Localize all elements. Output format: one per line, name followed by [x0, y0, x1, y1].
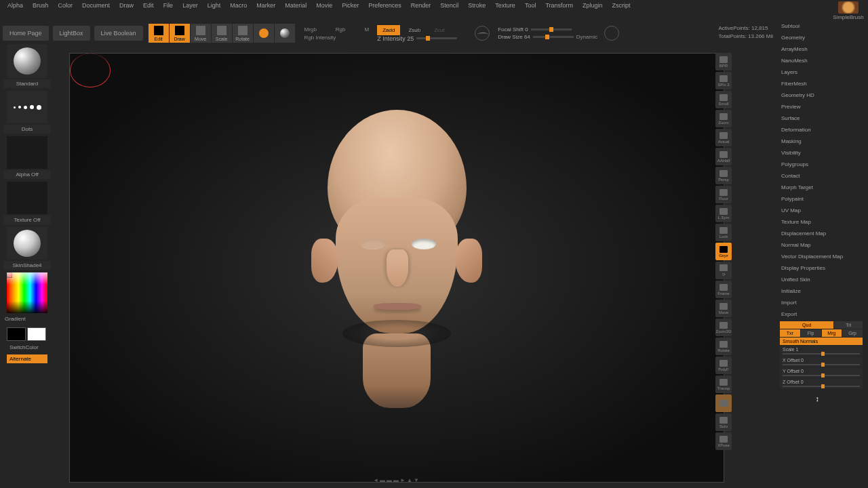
- palette-preview[interactable]: Preview: [777, 101, 865, 113]
- menu-material[interactable]: Material: [280, 1, 311, 10]
- menu-render[interactable]: Render: [406, 1, 436, 10]
- palette-arraymesh[interactable]: ArrayMesh: [777, 43, 865, 55]
- export-scale-slider[interactable]: Scale 1: [780, 346, 863, 356]
- menu-alpha[interactable]: Alpha: [3, 1, 28, 10]
- palette-uv-map[interactable]: UV Map: [777, 205, 865, 216]
- menu-movie[interactable]: Movie: [311, 1, 337, 10]
- export-grp-toggle[interactable]: Grp: [842, 329, 863, 337]
- rt-move[interactable]: Move: [715, 300, 732, 317]
- gradient-label[interactable]: Gradient: [3, 314, 51, 323]
- color-picker[interactable]: [7, 272, 47, 313]
- palette-deformation[interactable]: Deformation: [777, 124, 865, 136]
- texture-preview[interactable]: [7, 182, 47, 214]
- live-boolean-button[interactable]: Live Boolean: [94, 26, 143, 41]
- rt-transp[interactable]: Transp: [715, 375, 732, 393]
- menu-edit[interactable]: Edit: [138, 1, 159, 10]
- menu-stencil[interactable]: Stencil: [435, 1, 463, 10]
- palette-subtool[interactable]: Subtool: [777, 20, 865, 32]
- brush-preview[interactable]: [7, 44, 47, 78]
- palette-normal-map[interactable]: Normal Map: [777, 239, 865, 251]
- rt--[interactable]: ⟳: [715, 262, 732, 279]
- menu-draw[interactable]: Draw: [115, 1, 138, 10]
- viewport[interactable]: ◄▬▬▬►▲▼: [69, 53, 724, 483]
- z-intensity-slider[interactable]: [416, 37, 457, 39]
- palette-import[interactable]: Import: [777, 297, 865, 308]
- rt-xpose[interactable]: XPose: [715, 432, 732, 450]
- menu-document[interactable]: Document: [77, 1, 115, 10]
- swatch-primary[interactable]: [27, 327, 46, 341]
- rt-floor[interactable]: Floor: [715, 186, 732, 203]
- draw-mode-button[interactable]: Draw: [170, 24, 190, 43]
- menu-zplugin[interactable]: Zplugin: [578, 1, 608, 10]
- rt-gxyz[interactable]: Gxyz: [715, 243, 732, 260]
- menu-color[interactable]: Color: [54, 1, 78, 10]
- rt-solo[interactable]: Solo: [715, 413, 732, 431]
- alternate-button[interactable]: Alternate: [7, 354, 47, 363]
- menu-zscript[interactable]: Zscript: [608, 1, 635, 10]
- switch-color-button[interactable]: SwitchColor: [7, 343, 47, 352]
- export-xoffset-slider[interactable]: X Offset 0: [780, 357, 863, 367]
- rt-scroll[interactable]: Scroll: [715, 91, 732, 108]
- palette-fibermesh[interactable]: FiberMesh: [777, 78, 865, 89]
- palette-polypaint[interactable]: Polypaint: [777, 193, 865, 205]
- menu-picker[interactable]: Picker: [337, 1, 363, 10]
- palette-contact[interactable]: Contact: [777, 170, 865, 182]
- export-tri-toggle[interactable]: Tri: [834, 321, 863, 329]
- menu-stroke[interactable]: Stroke: [463, 1, 490, 10]
- rt-btn-18[interactable]: [715, 394, 732, 412]
- menu-light[interactable]: Light: [203, 1, 226, 10]
- rt-bpr[interactable]: BPR: [715, 53, 732, 70]
- palette-nanomesh[interactable]: NanoMesh: [777, 55, 865, 66]
- rt-aahalf[interactable]: AAHalf: [715, 148, 732, 165]
- material-preview[interactable]: [7, 227, 47, 260]
- material-preview-button[interactable]: [275, 24, 295, 43]
- rt-actual[interactable]: Actual: [715, 129, 732, 146]
- palette-unified-skin[interactable]: Unified Skin: [777, 274, 865, 285]
- palette-displacement-map[interactable]: Displacement Map: [777, 228, 865, 239]
- timeline-handle-icon[interactable]: ◄▬▬▬►▲▼: [373, 477, 420, 483]
- stroke-preview[interactable]: [7, 91, 47, 123]
- palette-surface[interactable]: Surface: [777, 113, 865, 124]
- smooth-normals-button[interactable]: Smooth Normals: [780, 338, 863, 345]
- menu-layer[interactable]: Layer: [178, 1, 203, 10]
- palette-texture-map[interactable]: Texture Map: [777, 216, 865, 228]
- menu-preferences[interactable]: Preferences: [363, 1, 406, 10]
- rotate-mode-button[interactable]: Rotate: [233, 24, 253, 43]
- move-mode-button[interactable]: Move: [191, 24, 211, 43]
- zcut-toggle[interactable]: Zcut: [429, 25, 450, 35]
- menu-texture[interactable]: Texture: [490, 1, 520, 10]
- export-zoffset-slider[interactable]: Z Offset 0: [780, 378, 863, 388]
- home-page-button[interactable]: Home Page: [3, 26, 49, 41]
- export-yoffset-slider[interactable]: Y Offset 0: [780, 367, 863, 378]
- menu-tool[interactable]: Tool: [520, 1, 541, 10]
- palette-export[interactable]: Export: [777, 308, 865, 320]
- zadd-toggle[interactable]: Zadd: [377, 25, 400, 35]
- palette-visibility[interactable]: Visibility: [777, 147, 865, 159]
- palette-display-properties[interactable]: Display Properties: [777, 262, 865, 274]
- rt-spix-3[interactable]: SPix 3: [715, 72, 732, 89]
- color-swatch-button[interactable]: [254, 24, 274, 43]
- export-flp-toggle[interactable]: Flp: [801, 329, 821, 337]
- rt-zoom[interactable]: Zoom: [715, 110, 732, 127]
- palette-polygroups[interactable]: Polygroups: [777, 159, 865, 170]
- palette-vector-displacement-map[interactable]: Vector Displacement Map: [777, 251, 865, 262]
- export-mrg-toggle[interactable]: Mrg: [822, 329, 842, 337]
- menu-brush[interactable]: Brush: [28, 1, 54, 10]
- rt-lock[interactable]: Lock: [715, 224, 732, 241]
- export-txr-toggle[interactable]: Txr: [780, 329, 800, 337]
- export-qud-toggle[interactable]: Qud: [780, 321, 833, 329]
- palette-initialize[interactable]: Initialize: [777, 285, 865, 297]
- menu-file[interactable]: File: [159, 1, 178, 10]
- rt-zoom3d[interactable]: Zoom3D: [715, 319, 732, 336]
- dynamic-label[interactable]: Dynamic: [576, 34, 597, 40]
- palette-geometry[interactable]: Geometry: [777, 32, 865, 43]
- rt-polyf[interactable]: PolyF: [715, 357, 732, 374]
- rt-persp[interactable]: Persp: [715, 167, 732, 184]
- alpha-preview[interactable]: [7, 136, 47, 169]
- rt-frame[interactable]: Frame: [715, 281, 732, 298]
- palette-geometry-hd[interactable]: Geometry HD: [777, 89, 865, 101]
- menu-marker[interactable]: Marker: [252, 1, 280, 10]
- rt-l-sym[interactable]: L.Sym: [715, 205, 732, 222]
- menu-macro[interactable]: Macro: [225, 1, 252, 10]
- zsub-toggle[interactable]: Zsub: [403, 25, 426, 35]
